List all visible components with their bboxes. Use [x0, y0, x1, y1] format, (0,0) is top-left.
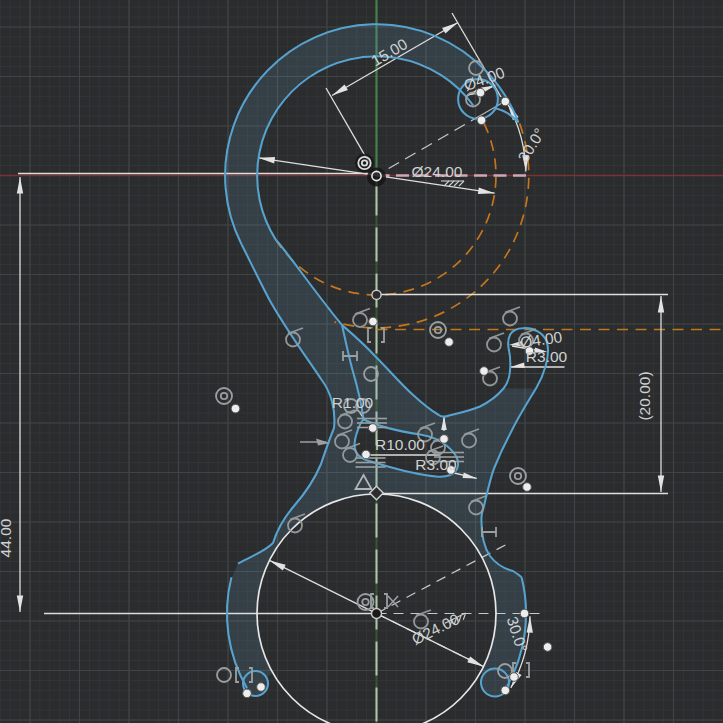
svg-text:R3.00: R3.00	[526, 348, 568, 365]
svg-text:R3.00: R3.00	[415, 456, 457, 473]
svg-text:R1.00: R1.00	[332, 394, 374, 411]
svg-text:R10.00: R10.00	[375, 436, 425, 453]
svg-text:Ø24.00: Ø24.00	[412, 163, 463, 180]
svg-text:(20.00): (20.00)	[636, 371, 653, 420]
svg-text:44.00: 44.00	[0, 518, 14, 557]
